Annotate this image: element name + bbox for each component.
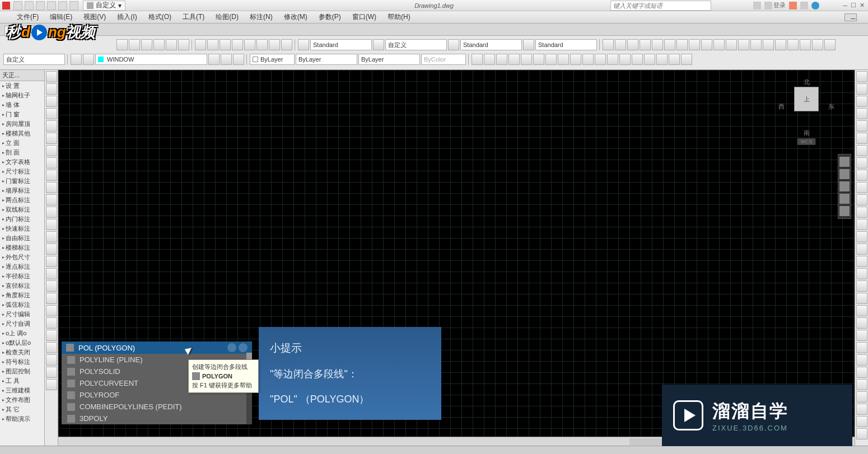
modify-rotate-icon[interactable] <box>856 145 867 156</box>
tool-icon[interactable] <box>615 39 626 50</box>
view-cube[interactable]: 北 南 东 西 上 WCS <box>778 78 834 145</box>
left-panel-item[interactable]: ▸工 具 <box>0 376 44 386</box>
wcs-label[interactable]: WCS <box>797 138 816 145</box>
tool-icon[interactable] <box>595 54 606 65</box>
draw-icon[interactable] <box>46 330 57 341</box>
draw-spline-icon[interactable] <box>46 157 57 169</box>
draw-circle-icon[interactable] <box>46 96 57 107</box>
modify-icon[interactable] <box>856 354 867 366</box>
tool-icon[interactable] <box>775 39 786 50</box>
left-panel-item[interactable]: ▸o默认层o <box>0 338 44 348</box>
nav-showmotion-icon[interactable] <box>839 206 850 216</box>
nav-zoom-icon[interactable] <box>839 181 850 191</box>
tool-icon[interactable] <box>281 39 292 50</box>
draw-text-icon[interactable] <box>46 207 57 218</box>
style-select-4[interactable]: Standard <box>535 39 597 50</box>
tool-icon[interactable] <box>738 39 749 50</box>
tool-icon[interactable] <box>116 39 128 50</box>
draw-region-icon[interactable] <box>46 231 57 242</box>
modify-chamfer-icon[interactable] <box>856 231 867 242</box>
qat-customize-select[interactable]: 自定义 ▾ <box>83 1 125 11</box>
left-panel-item[interactable]: ▸双线标注 <box>0 205 44 214</box>
tool-icon[interactable] <box>656 54 668 65</box>
left-panel-item[interactable]: ▸文字表格 <box>0 157 44 167</box>
left-panel-item[interactable]: ▸角度标注 <box>0 291 44 300</box>
modify-join-icon[interactable] <box>856 219 867 230</box>
tool-icon[interactable] <box>221 54 232 65</box>
draw-icon[interactable] <box>46 293 57 304</box>
cloud-icon[interactable] <box>800 2 808 10</box>
tool-icon[interactable] <box>640 39 651 50</box>
lineweight-select[interactable]: ByLayer <box>358 54 420 65</box>
left-panel-item[interactable]: ▸快速标注 <box>0 224 44 233</box>
qat-undo-icon[interactable] <box>47 1 56 10</box>
left-panel-item[interactable]: ▸立 面 <box>0 138 44 148</box>
draw-icon[interactable] <box>46 354 57 366</box>
layer-icon[interactable] <box>71 54 82 65</box>
draw-arc-icon[interactable] <box>46 108 57 119</box>
menu-view[interactable]: 视图(V) <box>78 11 111 23</box>
modify-icon[interactable] <box>856 367 867 378</box>
modify-icon[interactable] <box>856 330 867 341</box>
tool-icon[interactable] <box>256 39 268 50</box>
left-panel-item[interactable]: ▸门 窗 <box>0 110 44 119</box>
modify-move-icon[interactable] <box>856 133 867 144</box>
tool-icon[interactable] <box>812 39 823 50</box>
modify-icon[interactable] <box>856 379 867 390</box>
tool-icon[interactable] <box>627 39 638 50</box>
left-panel-item[interactable]: ▸直径标注 <box>0 281 44 291</box>
tool-icon[interactable] <box>472 54 483 65</box>
style-select-3[interactable]: Standard <box>460 39 522 50</box>
modify-icon[interactable] <box>856 293 867 304</box>
nav-orbit-icon[interactable] <box>839 194 850 204</box>
draw-polyline-icon[interactable] <box>46 83 57 95</box>
left-panel-item[interactable]: ▸尺寸编辑 <box>0 310 44 319</box>
draw-icon[interactable] <box>46 342 57 353</box>
tool-icon[interactable] <box>233 54 244 65</box>
tool-icon[interactable] <box>244 39 255 50</box>
tool-icon[interactable] <box>129 39 140 50</box>
draw-ellipse-icon[interactable] <box>46 145 57 156</box>
modify-icon[interactable] <box>856 280 867 292</box>
left-panel-item[interactable]: ▸两点标注 <box>0 195 44 205</box>
tool-icon[interactable] <box>824 39 836 50</box>
autocomplete-item[interactable]: 3DPOLY <box>62 413 252 424</box>
modify-break-icon[interactable] <box>856 207 867 218</box>
modify-array-icon[interactable] <box>856 120 867 132</box>
tool-icon[interactable] <box>208 54 220 65</box>
left-panel-item[interactable]: ▸门窗标注 <box>0 176 44 186</box>
globe-icon[interactable] <box>239 343 248 352</box>
tool-icon[interactable] <box>166 39 177 50</box>
app-icon[interactable] <box>2 2 10 10</box>
left-panel-item[interactable]: ▸符号标注 <box>0 357 44 367</box>
qat-redo-icon[interactable] <box>58 1 67 10</box>
left-panel-item[interactable]: ▸剖 面 <box>0 148 44 157</box>
plot-style-select[interactable]: ByColor <box>421 54 466 65</box>
draw-rect-icon[interactable] <box>46 120 57 132</box>
modify-icon[interactable] <box>856 268 867 279</box>
menu-file[interactable]: 文件(F) <box>11 11 44 23</box>
modify-icon[interactable] <box>856 428 867 439</box>
menu-draw[interactable]: 绘图(D) <box>210 11 244 23</box>
tool-icon[interactable] <box>681 54 692 65</box>
tool-icon[interactable] <box>701 39 712 50</box>
draw-icon[interactable] <box>46 367 57 378</box>
modify-fillet-icon[interactable] <box>856 244 867 255</box>
tool-icon[interactable] <box>508 54 520 65</box>
compass-west[interactable]: 西 <box>778 102 785 111</box>
left-panel-item[interactable]: ▸楼梯其他 <box>0 129 44 138</box>
draw-boundary-icon[interactable] <box>46 256 57 267</box>
tool-icon[interactable] <box>141 39 152 50</box>
left-panel-item[interactable]: ▸其 它 <box>0 405 44 414</box>
menu-help[interactable]: 帮助(H) <box>382 11 416 23</box>
tool-icon[interactable] <box>652 39 663 50</box>
modify-erase-icon[interactable] <box>856 71 867 82</box>
draw-icon[interactable] <box>46 379 57 390</box>
search-input[interactable] <box>610 1 711 11</box>
tool-icon[interactable] <box>220 39 231 50</box>
modify-icon[interactable] <box>856 391 867 402</box>
nav-wheel-icon[interactable] <box>839 157 850 167</box>
draw-table-icon[interactable] <box>46 219 57 230</box>
tool-icon[interactable] <box>558 54 569 65</box>
modify-icon[interactable] <box>856 305 867 316</box>
